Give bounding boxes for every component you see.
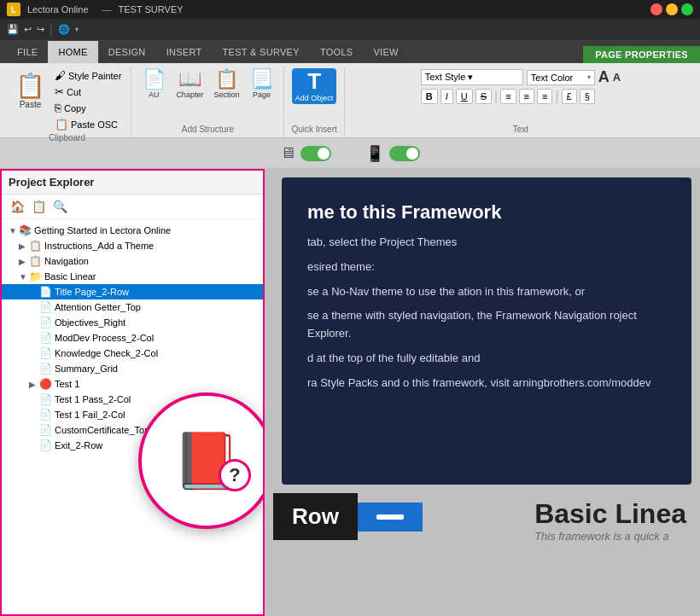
- font-size-small[interactable]: A: [613, 71, 621, 84]
- dark-card: me to this Framework tab, select the Pro…: [282, 177, 691, 485]
- pe-item-instructions[interactable]: ▶ 📋 Instructions_Add a Theme: [2, 238, 263, 253]
- tab-home[interactable]: HOME: [48, 41, 97, 63]
- app-icon: L: [7, 3, 20, 16]
- style-painter-icon: 🖌: [55, 69, 66, 82]
- tab-test-survey[interactable]: TEST & SURVEY: [213, 41, 310, 63]
- pe-item-summary-grid[interactable]: 📄 Summary_Grid: [2, 361, 263, 376]
- mobile-toggle[interactable]: [389, 146, 420, 161]
- quick-insert-group-label: Quick Insert: [291, 125, 336, 136]
- attention-top-icon: 📄: [39, 301, 52, 313]
- expand-moddev: [29, 334, 39, 343]
- expand-getting-started[interactable]: ▼: [9, 226, 19, 235]
- copy-label: Copy: [64, 103, 86, 113]
- align-right-button[interactable]: ≡: [537, 89, 552, 104]
- redo-quick-btn[interactable]: ↪: [37, 24, 44, 35]
- pe-item-moddev-process[interactable]: 📄 ModDev Process_2-Col: [2, 330, 263, 346]
- instructions-label: Instructions_Add a Theme: [44, 241, 154, 251]
- qa-dropdown-btn[interactable]: ▾: [75, 26, 79, 33]
- text-format-row: B I U S | ≡ ≡ ≡ | £ §: [421, 89, 595, 104]
- chapter-icon: 📖: [178, 70, 201, 89]
- section-button[interactable]: 📋 Section: [210, 68, 242, 101]
- pe-item-objectives[interactable]: 📄 Objectives_Right: [2, 315, 263, 330]
- dark-card-p1: tab, select the Project Themes: [307, 234, 666, 252]
- add-object-label: Add Object: [295, 94, 334, 102]
- project-explorer-panel: Project Explorer 🏠 📋 🔍 ▼ 📚 Getting Start…: [0, 169, 265, 616]
- getting-started-icon: 📚: [19, 224, 32, 236]
- section-label: Section: [213, 90, 239, 99]
- pe-add-btn[interactable]: 📋: [30, 198, 48, 215]
- align-left-button[interactable]: ≡: [500, 89, 516, 104]
- summary-label: Summary_Grid: [55, 363, 118, 374]
- paste-osc-button[interactable]: 📋 Paste OSC: [52, 117, 124, 131]
- expand-test1[interactable]: ▶: [29, 380, 39, 389]
- page-icon: 📃: [250, 70, 273, 89]
- pe-item-test1[interactable]: ▶ 🔴 Test 1: [2, 376, 263, 392]
- italic-button[interactable]: I: [440, 89, 453, 104]
- paste-osc-icon: 📋: [55, 118, 68, 131]
- add-structure-items: 📄 AU 📖 Chapter 📋 Section 📃 Page: [138, 68, 277, 123]
- au-icon: 📄: [143, 70, 166, 89]
- tab-design[interactable]: DESIGN: [98, 41, 156, 63]
- style-painter-button[interactable]: 🖌 Style Painter: [52, 68, 124, 83]
- symbol-button[interactable]: §: [580, 89, 595, 104]
- main-layout: Project Explorer 🏠 📋 🔍 ▼ 📚 Getting Start…: [0, 169, 700, 616]
- underline-button[interactable]: U: [456, 89, 473, 104]
- cut-button[interactable]: ✂ Cut: [52, 84, 124, 99]
- chapter-button[interactable]: 📖 Chapter: [172, 68, 207, 101]
- help-icon-overlay[interactable]: 📕 ?: [138, 392, 265, 529]
- align-center-button[interactable]: ≡: [519, 89, 534, 104]
- tab-tools[interactable]: TOOLS: [310, 41, 364, 63]
- pe-item-title-page[interactable]: 📄 Title Page_2-Row: [2, 284, 263, 299]
- pe-item-basic-linear[interactable]: ▼ 📁 Basic Linear: [2, 269, 263, 284]
- getting-started-label: Getting Started in Lectora Online: [34, 225, 171, 235]
- minimize-button[interactable]: [666, 3, 678, 15]
- bold-button[interactable]: B: [421, 89, 438, 104]
- paste-osc-label: Paste OSC: [71, 119, 118, 130]
- desktop-icon: 🖥: [280, 144, 295, 162]
- expand-basic-linear[interactable]: ▼: [19, 272, 29, 282]
- text-color-dropdown[interactable]: Text Color ▾: [527, 70, 595, 85]
- clipboard-group-label: Clipboard: [49, 133, 85, 144]
- cut-label: Cut: [67, 87, 81, 97]
- pe-home-btn[interactable]: 🏠: [9, 198, 26, 215]
- tab-insert[interactable]: INSERT: [156, 41, 213, 63]
- content-area: me to this Framework tab, select the Pro…: [265, 169, 700, 616]
- maximize-button[interactable]: [681, 3, 693, 15]
- test1-pass-label: Test 1 Pass_2-Col: [55, 394, 131, 404]
- tab-file[interactable]: FILE: [7, 41, 48, 63]
- knowledge-label: Knowledge Check_2-Col: [55, 348, 158, 358]
- pe-item-navigation[interactable]: ▶ 📋 Navigation: [2, 253, 263, 269]
- tab-view[interactable]: VIEW: [363, 41, 408, 63]
- strikethrough-button[interactable]: S: [475, 89, 492, 104]
- undo-quick-btn[interactable]: ↩: [24, 24, 32, 35]
- expand-navigation[interactable]: ▶: [19, 257, 29, 266]
- globe-quick-btn[interactable]: 🌐: [58, 24, 70, 35]
- add-object-button[interactable]: T Add Object: [292, 68, 337, 104]
- save-quick-btn[interactable]: 💾: [7, 24, 19, 35]
- expand-instructions[interactable]: ▶: [19, 241, 29, 251]
- pe-search-btn[interactable]: 🔍: [51, 198, 69, 215]
- desktop-toggle[interactable]: [300, 146, 331, 161]
- currency-button[interactable]: £: [562, 89, 577, 104]
- pe-item-attention-top[interactable]: 📄 Attention Getter_Top: [2, 299, 263, 315]
- project-explorer-title: Project Explorer: [9, 176, 94, 189]
- expand-knowledge: [29, 349, 39, 358]
- page-button[interactable]: 📃 Page: [246, 68, 277, 101]
- ribbon: 📋 Paste 🖌 Style Painter ✂ Cut ⎘ Copy: [0, 63, 700, 138]
- pe-item-knowledge-check[interactable]: 📄 Knowledge Check_2-Col: [2, 346, 263, 361]
- tab-page-properties[interactable]: PAGE PROPERTIES: [583, 46, 700, 63]
- add-object-icon: T: [307, 70, 321, 92]
- section-icon: 📋: [215, 70, 238, 89]
- text-style-row: Text Style ▾ Text Color ▾ A A: [421, 68, 621, 86]
- row-label: Row: [273, 493, 358, 540]
- quick-insert-items: T Add Object: [292, 68, 337, 123]
- custom-cert-label: CustomCertificate_Top: [55, 425, 149, 435]
- pe-item-getting-started[interactable]: ▼ 📚 Getting Started in Lectora Online: [2, 223, 263, 238]
- text-style-dropdown[interactable]: Text Style ▾: [421, 69, 523, 85]
- close-button[interactable]: [650, 3, 662, 15]
- paste-button[interactable]: 📋 Paste: [10, 68, 50, 131]
- au-button[interactable]: 📄 AU: [138, 68, 169, 101]
- book-icon-wrapper: 📕 ?: [172, 433, 241, 488]
- font-size-large[interactable]: A: [598, 68, 610, 86]
- copy-button[interactable]: ⎘ Copy: [52, 101, 124, 115]
